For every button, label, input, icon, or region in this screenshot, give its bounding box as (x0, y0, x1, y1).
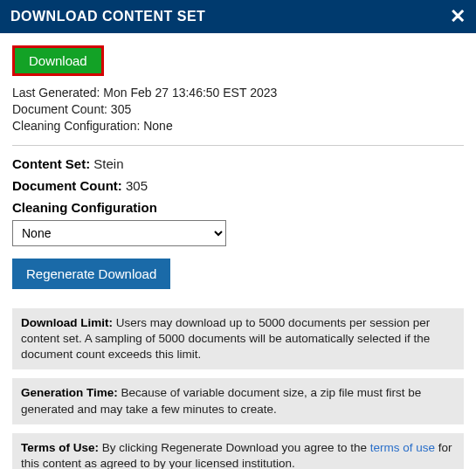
download-content-set-modal: DOWNLOAD CONTENT SET ✕ Download Last Gen… (0, 0, 476, 469)
separator (12, 145, 464, 146)
cleaning-config-select[interactable]: None (12, 220, 226, 246)
content-set-row: Content Set: Stein (12, 156, 464, 171)
content-set-label: Content Set: (12, 156, 90, 171)
generation-time-title: Generation Time: (21, 386, 118, 399)
meta-info: Last Generated: Mon Feb 27 13:46:50 EST … (12, 85, 464, 134)
last-generated-label: Last Generated: (12, 86, 103, 100)
terms-of-use-link[interactable]: terms of use (370, 441, 435, 454)
cleaning-meta-value: None (143, 119, 172, 133)
modal-header: DOWNLOAD CONTENT SET ✕ (0, 0, 476, 33)
close-icon[interactable]: ✕ (450, 7, 466, 26)
document-count-value: 305 (126, 178, 148, 193)
doc-count-meta-label: Document Count: (12, 102, 111, 116)
last-generated-value: Mon Feb 27 13:46:50 EST 2023 (103, 86, 277, 100)
terms-title: Terms of Use: (21, 441, 99, 454)
document-count-label: Document Count: (12, 178, 122, 193)
document-count-row: Document Count: 305 (12, 178, 464, 193)
notes-section: Download Limit: Users may download up to… (12, 308, 464, 469)
content-set-value: Stein (93, 156, 123, 171)
download-limit-title: Download Limit: (21, 316, 113, 329)
generation-time-note: Generation Time: Because of variable doc… (12, 378, 464, 424)
terms-text-1: By clicking Regenerate Download you agre… (99, 441, 370, 454)
cleaning-config-label: Cleaning Configuration (12, 200, 464, 215)
modal-body: Download Last Generated: Mon Feb 27 13:4… (0, 33, 476, 469)
modal-title: DOWNLOAD CONTENT SET (10, 9, 205, 24)
doc-count-meta-value: 305 (111, 102, 131, 116)
terms-of-use-note: Terms of Use: By clicking Regenerate Dow… (12, 433, 464, 469)
cleaning-meta-label: Cleaning Configuration: (12, 119, 143, 133)
regenerate-download-button[interactable]: Regenerate Download (12, 259, 170, 289)
download-limit-note: Download Limit: Users may download up to… (12, 308, 464, 370)
download-button[interactable]: Download (12, 45, 104, 76)
